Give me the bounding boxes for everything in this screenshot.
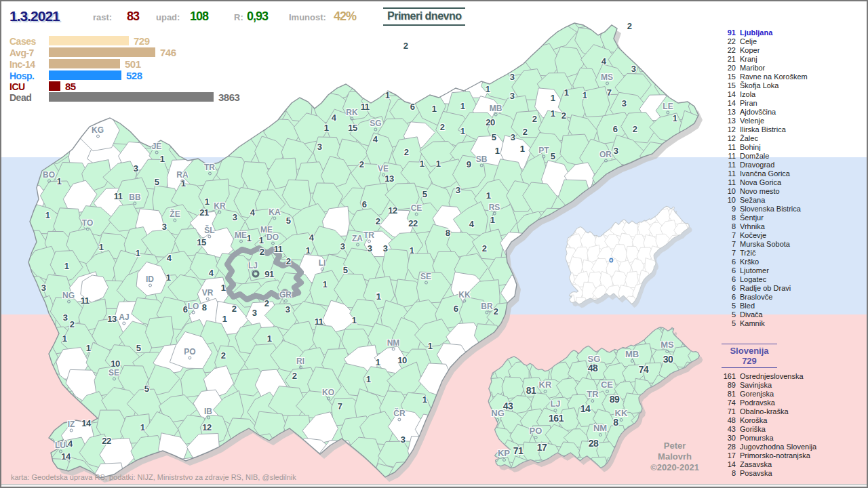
municipality-cell[interactable] — [660, 394, 687, 415]
primeri-dnevno-button[interactable]: Primeri dnevno — [383, 7, 465, 26]
municipality-cell[interactable] — [570, 209, 583, 225]
municipality-cell[interactable] — [511, 314, 530, 338]
municipality-cell[interactable] — [603, 314, 629, 337]
municipality-cell[interactable] — [277, 22, 309, 54]
municipality-cell[interactable] — [530, 317, 551, 336]
municipality-cell[interactable] — [213, 115, 249, 146]
municipality-cell[interactable] — [427, 23, 467, 56]
municipality-cell[interactable] — [679, 283, 696, 302]
municipality-cell[interactable] — [230, 45, 263, 74]
municipality-cell[interactable] — [455, 441, 489, 471]
municipality-cell[interactable] — [545, 329, 568, 350]
municipality-cell[interactable] — [693, 49, 707, 80]
municipality-cell[interactable] — [31, 115, 60, 150]
municipality-cell[interactable] — [593, 207, 609, 223]
municipality-cell[interactable] — [241, 68, 279, 96]
municipality-cell[interactable] — [516, 250, 542, 285]
municipality-cell[interactable] — [22, 325, 45, 359]
municipality-cell[interactable] — [511, 331, 535, 352]
municipality-cell[interactable] — [216, 22, 250, 33]
municipality-cell[interactable] — [652, 295, 682, 328]
municipality-cell[interactable] — [473, 363, 494, 384]
municipality-cell[interactable] — [349, 22, 379, 53]
municipality-cell[interactable] — [654, 22, 687, 29]
municipality-cell[interactable] — [687, 246, 701, 262]
municipality-cell[interactable] — [612, 183, 646, 214]
municipality-cell[interactable] — [241, 22, 276, 55]
municipality-cell[interactable] — [625, 316, 646, 336]
municipality-cell[interactable] — [672, 161, 705, 192]
municipality-cell[interactable] — [692, 138, 707, 169]
municipality-cell[interactable] — [212, 22, 248, 57]
municipality-cell[interactable] — [22, 302, 25, 332]
municipality-cell[interactable] — [656, 285, 670, 301]
municipality-cell[interactable] — [676, 396, 698, 414]
municipality-cell[interactable] — [528, 232, 566, 260]
municipality-cell[interactable] — [195, 22, 225, 52]
municipality-cell[interactable] — [458, 385, 490, 420]
municipality-cell[interactable] — [22, 161, 34, 192]
municipality-cell[interactable] — [22, 367, 47, 397]
municipality-cell[interactable] — [270, 22, 306, 31]
municipality-cell[interactable] — [205, 457, 241, 487]
municipality-cell[interactable] — [678, 315, 703, 333]
municipality-cell[interactable] — [296, 22, 328, 28]
municipality-cell[interactable] — [188, 116, 218, 145]
municipality-cell[interactable] — [579, 324, 608, 352]
municipality-cell[interactable] — [679, 259, 695, 272]
municipality-cell[interactable] — [650, 298, 665, 313]
municipality-cell[interactable] — [376, 70, 414, 96]
municipality-cell[interactable] — [364, 44, 403, 73]
municipality-cell[interactable] — [644, 284, 660, 302]
municipality-cell[interactable] — [449, 464, 481, 487]
municipality-cell[interactable] — [660, 417, 693, 441]
municipality-cell[interactable] — [608, 195, 620, 213]
municipality-cell[interactable] — [105, 22, 144, 37]
municipality-cell[interactable] — [680, 22, 707, 33]
municipality-cell[interactable] — [660, 272, 677, 287]
municipality-cell[interactable] — [315, 45, 344, 81]
municipality-cell[interactable] — [22, 207, 31, 241]
municipality-cell[interactable] — [145, 317, 174, 348]
municipality-cell[interactable] — [692, 411, 707, 445]
municipality-cell[interactable] — [631, 195, 644, 212]
municipality-cell[interactable] — [671, 300, 707, 329]
municipality-cell[interactable] — [439, 413, 472, 447]
municipality-cell[interactable] — [644, 197, 660, 211]
municipality-cell[interactable] — [605, 209, 620, 226]
municipality-cell[interactable] — [515, 304, 546, 332]
municipality-cell[interactable] — [262, 44, 291, 80]
municipality-cell[interactable] — [546, 313, 570, 337]
municipality-cell[interactable] — [668, 259, 683, 274]
municipality-cell[interactable] — [22, 411, 50, 445]
municipality-cell[interactable] — [585, 314, 610, 333]
municipality-cell[interactable] — [417, 47, 454, 80]
municipality-cell[interactable] — [224, 456, 262, 487]
municipality-cell[interactable] — [22, 116, 39, 150]
municipality-cell[interactable] — [134, 22, 168, 34]
municipality-cell[interactable] — [469, 425, 493, 445]
municipality-cell[interactable] — [694, 279, 707, 310]
municipality-cell[interactable] — [478, 43, 507, 70]
municipality-cell[interactable] — [679, 22, 707, 57]
municipality-cell[interactable] — [439, 437, 468, 474]
municipality-cell[interactable] — [553, 462, 589, 487]
municipality-cell[interactable] — [585, 329, 609, 348]
municipality-cell[interactable] — [685, 273, 701, 289]
municipality-cell[interactable] — [530, 329, 552, 350]
municipality-cell[interactable] — [484, 22, 521, 30]
municipality-cell[interactable] — [671, 283, 685, 302]
municipality-cell[interactable] — [462, 22, 491, 53]
municipality-cell[interactable] — [320, 23, 361, 53]
municipality-cell[interactable] — [22, 434, 35, 470]
municipality-cell[interactable] — [673, 271, 689, 289]
municipality-cell[interactable] — [668, 271, 699, 304]
municipality-cell[interactable] — [673, 296, 690, 314]
municipality-cell[interactable] — [338, 466, 372, 487]
municipality-cell[interactable] — [396, 43, 433, 73]
municipality-cell[interactable] — [521, 320, 555, 350]
municipality-cell[interactable] — [656, 47, 694, 79]
municipality-cell[interactable] — [565, 312, 589, 336]
municipality-cell[interactable] — [688, 409, 707, 433]
municipality-cell[interactable] — [538, 346, 558, 367]
